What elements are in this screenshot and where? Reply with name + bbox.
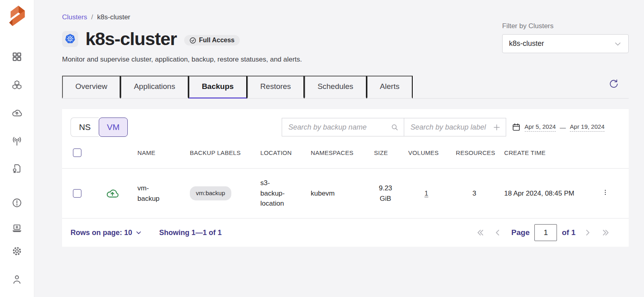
page-number-input[interactable] [534, 224, 557, 241]
date-separator: — [560, 124, 566, 131]
ns-vm-toggle: NS VM [71, 118, 128, 137]
col-namespaces: NAMESPACES [305, 149, 368, 156]
backup-location: s3-backup-location [260, 178, 294, 209]
breadcrumb-clusters-link[interactable]: Clusters [62, 13, 87, 21]
table-footer: Rows on page: 10 Showing 1—1 of 1 [62, 219, 629, 247]
select-all-checkbox[interactable] [73, 148, 81, 157]
col-create-time: CREATE TIME [499, 149, 591, 156]
cluster-filter-value: k8s-cluster [509, 39, 614, 48]
breadcrumb-current: k8s-cluster [97, 13, 130, 21]
col-location: LOCATION [255, 149, 305, 156]
date-range-filter: Apr 5, 2024 — Apr 19, 2024 [512, 123, 605, 132]
kubernetes-icon [62, 31, 78, 47]
page-of-label: of 1 [562, 228, 575, 237]
search-by-label-box [404, 118, 506, 136]
search-icon [391, 123, 399, 132]
pager: Page of 1 [475, 224, 612, 241]
cloud-upload-icon [106, 187, 119, 200]
backup-resources: 3 [450, 188, 499, 199]
backups-toolbar: NS VM [62, 109, 629, 137]
settings-gear-icon[interactable] [12, 246, 22, 256]
cluster-filter-select[interactable]: k8s-cluster [502, 34, 629, 53]
page-subtitle: Monitor and supervise cluster, applicati… [62, 56, 629, 64]
backup-size: 9.23 GiB [376, 183, 395, 204]
tabs-bar: Overview Applications Backups Restores S… [62, 76, 629, 99]
breadcrumb-separator: / [91, 13, 93, 21]
calendar-icon[interactable] [512, 123, 521, 132]
refresh-icon[interactable] [609, 79, 619, 89]
search-group [282, 118, 506, 136]
search-by-label-input[interactable] [411, 123, 492, 132]
row-actions-kebab-icon[interactable] [601, 188, 610, 197]
row-checkbox[interactable] [73, 189, 81, 198]
segment-ns[interactable]: NS [71, 118, 99, 137]
tab-overview[interactable]: Overview [62, 76, 120, 99]
cluster-filter: Filter by Clusters k8s-cluster [502, 22, 629, 53]
nodes-laptop-icon[interactable] [12, 223, 22, 233]
cluster-filter-label: Filter by Clusters [502, 22, 629, 30]
col-volumes: VOLUMES [403, 149, 450, 156]
backup-volumes-link[interactable]: 1 [424, 190, 428, 197]
prev-page-icon[interactable] [493, 228, 503, 237]
dashboard-grid-icon[interactable] [12, 52, 22, 62]
col-resources: RESOURCES [450, 149, 499, 156]
brand-logo[interactable] [5, 3, 29, 27]
backup-namespaces: kubevm [305, 188, 368, 199]
date-to[interactable]: Apr 19, 2024 [570, 123, 605, 132]
broadcast-antenna-icon[interactable] [12, 136, 22, 146]
chevron-down-icon [135, 229, 142, 236]
col-name: NAME [132, 149, 184, 156]
table-header-row: NAME BACKUP LABELS LOCATION NAMESPACES S… [62, 137, 629, 168]
backup-create-time: 18 Apr 2024, 08:45 PM [499, 188, 591, 199]
last-page-icon[interactable] [601, 228, 612, 237]
date-from[interactable]: Apr 5, 2024 [525, 123, 556, 132]
page-label: Page [511, 228, 530, 237]
segment-vm[interactable]: VM [99, 118, 128, 137]
backup-label-pill: vm:backup [190, 186, 231, 200]
check-circle-icon [189, 37, 196, 44]
col-size: SIZE [368, 149, 403, 156]
access-badge: Full Access [184, 35, 240, 45]
first-page-icon[interactable] [475, 228, 486, 237]
search-by-name-box [282, 118, 404, 136]
tab-alerts[interactable]: Alerts [367, 76, 413, 99]
policy-certificate-icon[interactable] [12, 163, 22, 174]
sidebar [0, 0, 34, 297]
tab-schedules[interactable]: Schedules [304, 76, 367, 99]
applications-cubes-icon[interactable] [12, 80, 22, 90]
main-content: Clusters / k8s-cluster Filter by Cluster… [34, 0, 644, 297]
rows-per-page-label: Rows on page: 10 [71, 229, 132, 237]
table-row: vm-backup vm:backup s3-backup-location k… [62, 168, 629, 219]
chevron-down-icon [614, 40, 622, 48]
breadcrumb: Clusters / k8s-cluster [62, 13, 629, 21]
access-badge-label: Full Access [199, 37, 235, 44]
alerts-circle-icon[interactable] [12, 198, 22, 208]
tab-restores[interactable]: Restores [247, 76, 304, 99]
backup-name: vm-backup [137, 183, 166, 204]
app-root: Clusters / k8s-cluster Filter by Cluster… [0, 0, 644, 297]
page-title: k8s-cluster [85, 29, 177, 50]
tab-applications[interactable]: Applications [120, 76, 188, 99]
rows-per-page-select[interactable]: Rows on page: 10 [71, 229, 142, 237]
tab-backups[interactable]: Backups [189, 76, 247, 99]
plus-icon [492, 123, 501, 132]
col-backup-labels: BACKUP LABELS [184, 149, 255, 156]
backups-panel: NS VM [62, 109, 629, 247]
cloud-backup-icon[interactable] [12, 108, 22, 118]
showing-range: Showing 1—1 of 1 [159, 229, 222, 237]
search-by-name-input[interactable] [289, 123, 391, 132]
profile-user-icon[interactable] [12, 274, 22, 285]
next-page-icon[interactable] [583, 228, 593, 237]
